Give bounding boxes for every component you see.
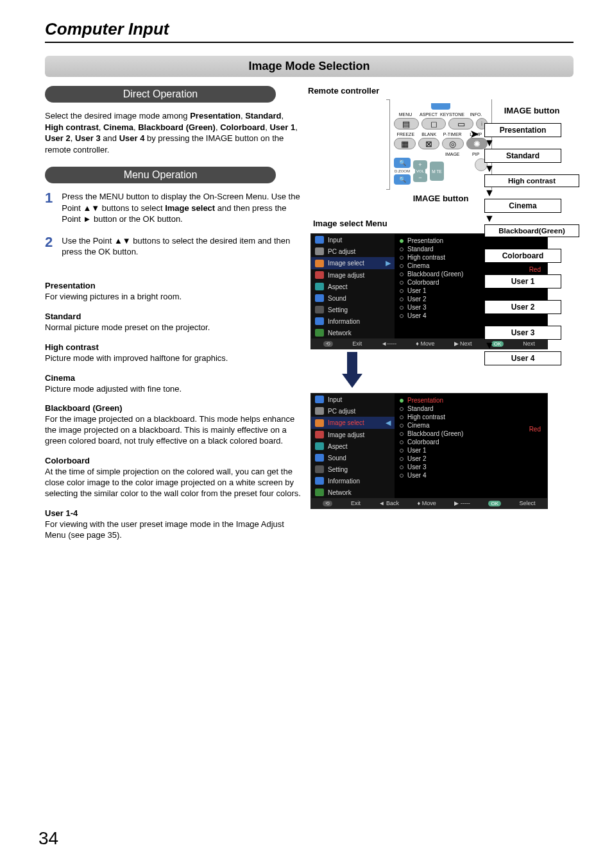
osd-footer: ⟲ Exit ◄ Back ♦ Move ▶ ----- OK Select <box>311 498 547 508</box>
osd-left-item[interactable]: Sound <box>311 292 395 304</box>
osd-left-item[interactable]: Aspect <box>311 281 395 292</box>
sep: , <box>99 122 103 132</box>
aspect-button[interactable]: ◻ <box>421 118 446 129</box>
sep: , <box>71 133 75 143</box>
osd-left-item[interactable]: Image select◀ <box>311 417 395 429</box>
osd-left-item[interactable]: Network <box>311 487 395 498</box>
mode-block: CinemaPicture mode adjusted with fine to… <box>45 373 302 395</box>
radio-icon <box>400 474 404 478</box>
ptimer-button[interactable]: ◎ <box>442 138 464 149</box>
radio-icon <box>400 440 404 444</box>
mode-desc: For viewing with the user preset image m… <box>45 519 302 541</box>
menu-button[interactable]: ▤ <box>394 118 419 129</box>
osd-option-label: Presentation <box>407 237 443 244</box>
mode-block: High contrastPicture mode with improved … <box>45 342 302 364</box>
mute-button[interactable]: M TE <box>430 162 444 181</box>
osd-ok: Select <box>520 500 536 506</box>
osd-item-label: Aspect <box>328 283 348 290</box>
osd-option[interactable]: Colorboard <box>398 438 543 446</box>
osd-item-icon <box>315 477 324 485</box>
osd-option[interactable]: Cinema <box>398 421 543 430</box>
step-number: 2 <box>45 235 53 258</box>
osd-item-label: Information <box>328 478 360 485</box>
mode-block: User 1-4For viewing with the user preset… <box>45 508 302 541</box>
sep: and <box>101 133 119 143</box>
flow-arrow-icon: ▼ <box>484 340 579 351</box>
flow-box: User 4 <box>484 351 561 365</box>
connector-arrow-icon <box>343 352 362 390</box>
mode-name: High contrast <box>45 122 99 132</box>
plus-icon: + <box>418 162 421 168</box>
radio-icon <box>400 306 404 310</box>
osd-option[interactable]: User 3 <box>398 463 543 471</box>
osd-left-item[interactable]: Information <box>311 315 395 327</box>
osd-left-item[interactable]: PC adjust <box>311 405 395 417</box>
osd-option[interactable]: User 4 <box>398 471 543 480</box>
osd-item-icon <box>315 317 324 325</box>
mode-name: Standard <box>245 111 281 121</box>
flow-box: Blackboard(Green) <box>484 224 579 237</box>
osd-red-label: Red <box>529 426 541 433</box>
osd-item-label: Sound <box>328 455 346 462</box>
osd-option[interactable]: High contrast <box>398 413 543 421</box>
osd-item-icon <box>315 431 324 438</box>
osd-item-label: PC adjust <box>328 248 355 255</box>
blank-button[interactable]: ⊠ <box>418 138 440 149</box>
osd-left-item[interactable]: Network <box>311 327 395 338</box>
osd-item-label: Network <box>328 330 352 337</box>
remote-btn-label: IMAGE <box>441 152 464 156</box>
mode-title: Standard <box>45 312 302 321</box>
osd-back: ◄ Back <box>379 500 399 506</box>
osd-left-item[interactable]: Image select▶ <box>311 257 395 269</box>
dzoom-minus-button[interactable]: 🔍 <box>394 174 411 185</box>
radio-icon <box>400 407 404 411</box>
osd-item-label: Image select <box>328 260 364 267</box>
mode-name: User 2 <box>45 133 71 143</box>
osd-left-item[interactable]: Sound <box>311 452 395 463</box>
osd-option[interactable]: Presentation <box>398 396 543 405</box>
radio-icon <box>400 272 404 276</box>
osd-left-item[interactable]: Aspect <box>311 440 395 452</box>
osd-item-label: Input <box>328 396 342 403</box>
radio-icon <box>400 415 404 419</box>
chevron-right-icon: ▶ <box>386 259 391 267</box>
osd-left-item[interactable]: PC adjust <box>311 246 395 257</box>
osd-left-item[interactable]: Image adjust <box>311 429 395 440</box>
osd-option[interactable]: User 2 <box>398 455 543 463</box>
osd-left-item[interactable]: Image adjust <box>311 269 395 281</box>
osd-option[interactable]: Blackboard (Green) <box>398 430 543 438</box>
osd-left-item[interactable]: Input <box>311 234 395 246</box>
mode-desc: At the time of simple projection on the … <box>45 467 302 499</box>
osd-left-item[interactable]: Setting <box>311 304 395 315</box>
zoom-in-icon: 🔍 <box>399 160 406 166</box>
osd-option[interactable]: Standard <box>398 405 543 413</box>
freeze-button[interactable]: ▦ <box>394 138 416 149</box>
osd-option-label: Blackboard (Green) <box>407 271 463 278</box>
osd-item-icon <box>315 283 324 290</box>
freeze-icon: ▦ <box>401 139 409 149</box>
flow-arrow-icon: ▼ <box>484 213 579 224</box>
radio-icon <box>400 465 404 469</box>
mode-name: User 1 <box>269 122 295 132</box>
osd-next: ▶ Next <box>454 340 472 347</box>
info-icon: i <box>481 121 482 127</box>
vol-up-button[interactable]: + <box>413 160 427 169</box>
osd-option[interactable]: User 1 <box>398 446 543 455</box>
osd-item-icon <box>315 465 324 473</box>
osd-left-item[interactable]: Setting <box>311 463 395 475</box>
osd-left-item[interactable]: Information <box>311 475 395 487</box>
flow-box: High contrast <box>484 174 579 187</box>
mode-title: User 1-4 <box>45 508 302 518</box>
mode-block: StandardNormal picture mode preset on th… <box>45 312 302 333</box>
mode-name: Cinema <box>103 122 133 132</box>
osd-left-item[interactable]: Input <box>311 394 395 405</box>
flow-arrow-icon: ▼ <box>484 238 579 248</box>
osd-item-label: Setting <box>328 306 348 313</box>
remote-tab-icon <box>431 103 450 110</box>
vol-down-button[interactable]: − <box>413 173 427 182</box>
timer-icon: ◎ <box>449 139 456 149</box>
dzoom-plus-button[interactable]: 🔍 <box>394 158 411 168</box>
mode-title: Cinema <box>45 373 302 383</box>
remote-btn-label: ASPECT <box>417 112 440 117</box>
mode-title: Presentation <box>45 281 302 290</box>
